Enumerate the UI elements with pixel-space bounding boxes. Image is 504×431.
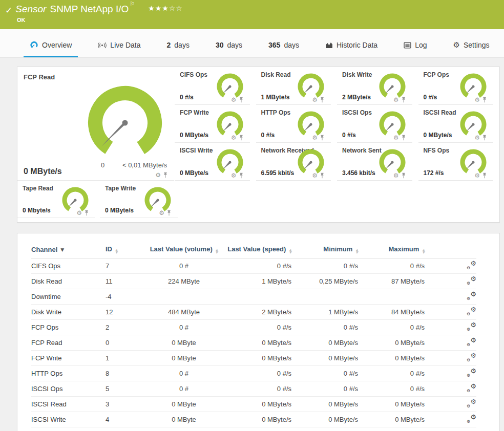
last-value-speed: 0 #/s — [222, 366, 291, 381]
channel-name: Downtime — [31, 289, 106, 305]
priority-stars[interactable]: ★★★☆☆ — [148, 4, 183, 12]
channel-settings-icon[interactable]: ⚙⚙ — [466, 261, 476, 270]
channel-gear-icon[interactable]: ⚙ — [159, 210, 164, 216]
channel-settings-icon[interactable]: ⚙⚙ — [466, 353, 476, 362]
gauge-cell-fcp-write: FCP Write 0 MByte/s ⚙ — [175, 105, 250, 143]
tab-365-days[interactable]: 365 days — [262, 41, 305, 57]
channel-id: 11 — [106, 274, 145, 289]
table-row[interactable]: FCP Ops 2 0 # 0 #/s 0 #/s 0 #/s ⚙⚙ — [31, 320, 476, 335]
channel-gear-icon[interactable]: ⚙ — [393, 135, 399, 141]
tab-log[interactable]: Log — [397, 41, 433, 57]
pin-icon[interactable] — [239, 97, 244, 103]
tab-number: 30 — [216, 41, 224, 49]
pin-icon[interactable] — [84, 210, 89, 216]
gauge-value: 0 Mbyte/s — [23, 207, 51, 214]
channel-gear-icon[interactable]: ⚙ — [76, 210, 82, 216]
last-value-speed: 1 MByte/s — [222, 274, 291, 289]
gauge-value: 0 MByte/s — [24, 167, 62, 176]
pin-icon[interactable] — [482, 97, 487, 103]
column-header-id[interactable]: ID▲▼ — [106, 242, 145, 258]
channels-table: Channel▼ ID▲▼ Last Value (volume)▲▼ Last… — [31, 242, 476, 427]
channel-gear-icon[interactable]: ⚙ — [474, 173, 480, 179]
log-list-icon — [404, 42, 411, 49]
pin-icon[interactable] — [320, 135, 325, 141]
tab-number: 365 — [268, 41, 280, 49]
channel-settings-icon[interactable]: ⚙⚙ — [466, 338, 476, 347]
channel-gear-icon[interactable]: ⚙ — [155, 172, 161, 178]
channel-settings-icon[interactable]: ⚙⚙ — [466, 415, 476, 423]
column-header-last-value-speed[interactable]: Last Value (speed)▲▼ — [222, 242, 291, 258]
pin-icon[interactable] — [239, 173, 244, 179]
tab-overview[interactable]: Overview — [24, 41, 78, 57]
channel-gear-icon[interactable]: ⚙ — [231, 173, 237, 179]
maximum-value: 0 #/s — [358, 366, 425, 381]
pin-icon[interactable] — [401, 97, 406, 103]
pin-icon[interactable] — [482, 173, 487, 179]
channel-gear-icon[interactable]: ⚙ — [312, 135, 318, 141]
flag-icon[interactable]: ⚐ — [130, 1, 135, 7]
gauge-label: FCP Read — [17, 67, 174, 81]
gauge-dial — [459, 148, 487, 176]
channel-name: ISCSI Ops — [31, 381, 106, 397]
pin-icon[interactable] — [163, 172, 168, 178]
status-ok-check-icon: ✓ — [5, 5, 12, 15]
gauge-scale-min: 0 — [101, 161, 104, 169]
tab-settings[interactable]: ⚙ Settings — [447, 41, 495, 57]
channel-settings-icon[interactable]: ⚙⚙ — [466, 276, 476, 285]
table-header-row: Channel▼ ID▲▼ Last Value (volume)▲▼ Last… — [31, 242, 476, 258]
last-value-volume: 0 MByte — [145, 397, 222, 412]
channel-settings-icon[interactable]: ⚙⚙ — [466, 322, 476, 331]
gauge-value: 172 #/s — [424, 169, 444, 177]
table-row[interactable]: ISCSI Write 4 0 MByte 0 MByte/s 0 MByte/… — [31, 412, 476, 427]
table-row[interactable]: ISCSI Read 3 0 MByte 0 MByte/s 0 MByte/s… — [31, 397, 476, 412]
gauge-cell-tape-read: Tape Read 0 Mbyte/s ⚙ — [17, 181, 95, 218]
gauge-cell-fcp-ops: FCP Ops 0 #/s ⚙ — [418, 67, 494, 105]
pin-icon[interactable] — [320, 173, 325, 179]
column-header-maximum[interactable]: Maximum▲▼ — [358, 242, 425, 258]
gauge-cell-tape-write: Tape Write 0 MByte/s ⚙ — [100, 181, 178, 218]
channel-gear-icon[interactable]: ⚙ — [231, 135, 237, 141]
pin-icon[interactable] — [239, 135, 244, 141]
tab-2-days[interactable]: 2 days — [161, 41, 196, 57]
minimum-value: 0 MByte/s — [291, 397, 358, 412]
channel-gear-icon[interactable]: ⚙ — [312, 97, 318, 103]
channels-table-panel: Channel▼ ID▲▼ Last Value (volume)▲▼ Last… — [17, 233, 500, 431]
pin-icon[interactable] — [401, 135, 406, 141]
tab-30-days[interactable]: 30 days — [209, 41, 248, 57]
channel-gear-icon[interactable]: ⚙ — [393, 173, 399, 179]
gauge-dial — [379, 111, 406, 138]
channel-gear-icon[interactable]: ⚙ — [312, 173, 318, 179]
table-row[interactable]: FCP Read 0 0 MByte 0 MByte/s 0 MByte/s 0… — [31, 335, 476, 351]
gauge-cell-disk-read: Disk Read 1 MByte/s ⚙ — [256, 67, 331, 105]
table-row[interactable]: ISCSI Ops 5 0 # 0 #/s 0 #/s 0 #/s ⚙⚙ — [31, 381, 476, 397]
tab-label: Overview — [42, 41, 72, 49]
channel-gear-icon[interactable]: ⚙ — [231, 97, 237, 103]
table-row[interactable]: HTTP Ops 8 0 # 0 #/s 0 #/s 0 #/s ⚙⚙ — [31, 366, 476, 381]
gauge-value: 0 #/s — [261, 132, 275, 139]
tab-live-data[interactable]: Live Data — [92, 41, 146, 57]
channel-name: ISCSI Write — [31, 412, 106, 427]
table-row[interactable]: Disk Read 11 224 MByte 1 MByte/s 0,25 MB… — [31, 274, 476, 289]
channel-settings-icon[interactable]: ⚙⚙ — [466, 384, 476, 393]
gauge-value: 0 MByte/s — [180, 132, 208, 139]
column-header-last-value-volume[interactable]: Last Value (volume)▲▼ — [145, 242, 222, 258]
table-row[interactable]: FCP Write 1 0 MByte 0 MByte/s 0 MByte/s … — [31, 351, 476, 366]
channel-gear-icon[interactable]: ⚙ — [474, 135, 480, 141]
channel-settings-icon[interactable]: ⚙⚙ — [466, 369, 476, 377]
gauge-dial — [297, 111, 325, 138]
channel-settings-icon[interactable]: ⚙⚙ — [466, 399, 476, 408]
channel-gear-icon[interactable]: ⚙ — [393, 97, 399, 103]
column-header-minimum[interactable]: Minimum▲▼ — [291, 242, 358, 258]
pin-icon[interactable] — [320, 97, 325, 103]
pin-icon[interactable] — [166, 210, 172, 216]
column-header-channel[interactable]: Channel▼ — [31, 242, 106, 258]
table-row[interactable]: Disk Write 12 484 MByte 2 MByte/s 1 MByt… — [31, 305, 476, 320]
table-row[interactable]: Downtime -4 ⚙⚙ — [31, 289, 476, 305]
tab-historic-data[interactable]: Historic Data — [319, 41, 384, 57]
channel-settings-icon[interactable]: ⚙⚙ — [466, 292, 476, 300]
pin-icon[interactable] — [401, 173, 406, 179]
table-row[interactable]: CIFS Ops 7 0 # 0 #/s 0 #/s 0 #/s ⚙⚙ — [31, 258, 476, 274]
pin-icon[interactable] — [482, 135, 487, 141]
channel-settings-icon[interactable]: ⚙⚙ — [466, 307, 476, 316]
channel-gear-icon[interactable]: ⚙ — [474, 97, 480, 103]
